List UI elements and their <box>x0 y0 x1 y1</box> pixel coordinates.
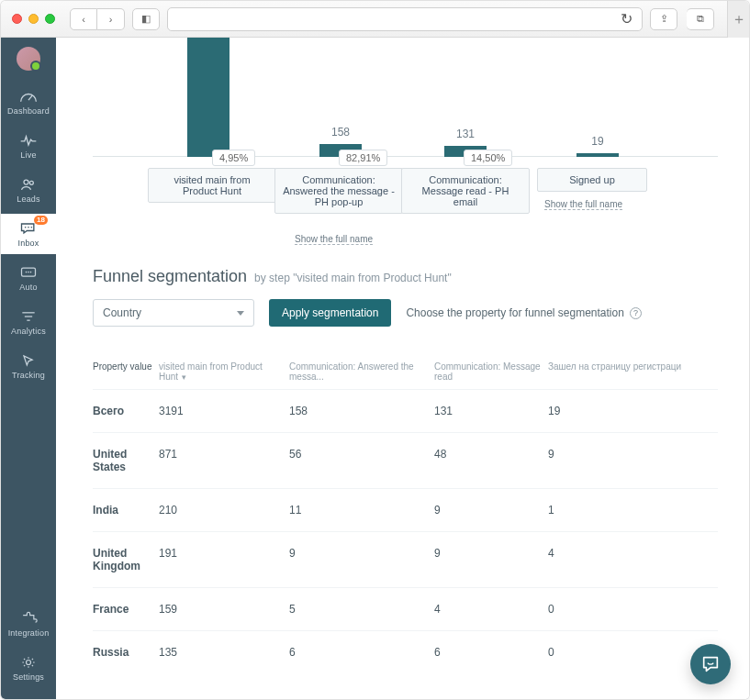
cursor-icon <box>19 353 38 368</box>
funnel-bar-value: 131 <box>456 128 475 140</box>
svg-point-9 <box>30 271 32 272</box>
funnel-step-label-2[interactable]: Communication: Answered the message - PH… <box>274 168 403 214</box>
svg-point-4 <box>28 226 29 228</box>
table-row: United Kingdom 191 9 9 4 <box>93 531 718 587</box>
url-bar[interactable]: ↻ <box>167 7 643 31</box>
cell: 19 <box>548 405 718 417</box>
row-label: Всего <box>93 405 159 417</box>
new-tab-button[interactable]: ＋ <box>727 1 749 38</box>
segmentation-hint: Choose the property for funnel segmentat… <box>406 306 641 319</box>
browser-chrome: ‹ › ◧ ↻ ⇪ ⧉ ＋ <box>1 1 749 38</box>
column-header[interactable]: Зашел на страницу регистраци <box>548 361 718 382</box>
sort-desc-icon: ▾ <box>182 372 186 382</box>
svg-line-0 <box>28 95 32 100</box>
back-button[interactable]: ‹ <box>70 8 97 30</box>
segmentation-table: Property value visited main from Product… <box>93 352 718 673</box>
funnel-chart: 158 131 19 4,95% 82,91% 14,50% <box>93 38 718 230</box>
cell: 1 <box>548 504 718 517</box>
funnel-step-1 <box>144 38 273 157</box>
svg-point-3 <box>25 226 27 228</box>
hint-text: Choose the property for funnel segmentat… <box>406 306 623 319</box>
row-label: United Kingdom <box>93 547 159 572</box>
cell: 5 <box>289 603 434 616</box>
cell: 159 <box>159 603 289 616</box>
sidebar-item-label: Analytics <box>11 327 46 336</box>
cell: 9 <box>434 504 548 517</box>
sidebar-item-label: Integration <box>8 628 50 638</box>
property-dropdown[interactable]: Country <box>93 299 254 327</box>
svg-point-5 <box>31 226 33 228</box>
funnel-step-4: 19 <box>533 135 662 157</box>
sidebar-item-live[interactable]: Live <box>1 126 56 166</box>
support-chat-button[interactable] <box>690 644 731 684</box>
app-window: ‹ › ◧ ↻ ⇪ ⧉ ＋ Dashboard <box>0 0 750 700</box>
cell: 191 <box>159 547 289 572</box>
svg-point-2 <box>29 181 33 184</box>
funnel-step-label-3[interactable]: Communication: Message read - PH email <box>401 168 530 214</box>
row-label: Russia <box>93 646 159 659</box>
message-icon <box>19 265 38 280</box>
users-icon <box>19 177 38 192</box>
sidebar-item-tracking[interactable]: Tracking <box>1 346 56 386</box>
close-window-button[interactable] <box>12 14 22 24</box>
funnel-bar <box>187 38 229 157</box>
sidebar-item-label: Live <box>20 150 36 160</box>
sidebar-item-label: Auto <box>19 283 37 292</box>
gauge-icon <box>19 89 38 104</box>
sidebar-item-label: Tracking <box>12 371 45 380</box>
cell: 4 <box>434 603 548 616</box>
minimize-window-button[interactable] <box>28 14 39 24</box>
svg-point-8 <box>28 271 29 272</box>
puzzle-icon <box>19 611 38 626</box>
cell: 9 <box>434 547 548 572</box>
funnel-step-label-1[interactable]: visited main from Product Hunt <box>148 168 276 203</box>
app-sidebar: Dashboard Live Leads 18 <box>1 38 56 700</box>
sidebar-item-dashboard[interactable]: Dashboard <box>1 82 56 122</box>
avatar[interactable] <box>17 47 40 71</box>
cell: 4 <box>548 547 718 572</box>
row-label: United States <box>93 448 159 473</box>
cell: 158 <box>289 405 434 417</box>
cell: 3191 <box>159 405 289 417</box>
sidebar-item-settings[interactable]: Settings <box>1 648 56 688</box>
sidebar-item-auto[interactable]: Auto <box>1 258 56 298</box>
content-area: 158 131 19 4,95% 82,91% 14,50% <box>56 38 749 700</box>
show-full-name-link[interactable]: Show the full name <box>295 234 373 245</box>
show-full-name-link[interactable]: Show the full name <box>544 199 622 210</box>
funnel-bar-value: 158 <box>331 126 350 139</box>
sidebar-item-inbox[interactable]: 18 Inbox <box>1 214 56 254</box>
sidebar-item-integration[interactable]: Integration <box>1 604 56 644</box>
column-header[interactable]: Communication: Message read <box>434 361 548 382</box>
cell: 56 <box>289 448 434 473</box>
gear-icon <box>19 655 38 670</box>
share-button[interactable]: ⇪ <box>650 8 677 30</box>
cell: 131 <box>434 405 548 417</box>
sidebar-item-analytics[interactable]: Analytics <box>1 302 56 342</box>
reload-icon[interactable]: ↻ <box>621 10 632 28</box>
column-header[interactable]: Communication: Answered the messa... <box>289 361 434 382</box>
help-icon[interactable]: ? <box>630 307 642 319</box>
sidebar-item-label: Leads <box>17 194 40 204</box>
cell: 9 <box>289 547 434 572</box>
maximize-window-button[interactable] <box>45 14 55 24</box>
apply-segmentation-button[interactable]: Apply segmentation <box>269 299 391 327</box>
forward-button[interactable]: › <box>97 8 125 30</box>
segmentation-subtitle: by step "visited main from Product Hunt" <box>254 272 452 284</box>
funnel-bar <box>576 153 619 157</box>
funnel-step-label-4[interactable]: Signed up <box>537 168 647 192</box>
sidebar-item-leads[interactable]: Leads <box>1 170 56 210</box>
funnel-bar-value: 19 <box>591 135 603 148</box>
inbox-badge: 18 <box>34 216 48 225</box>
tabs-button[interactable]: ⧉ <box>687 8 714 30</box>
table-header-row: Property value visited main from Product… <box>93 352 718 389</box>
column-header[interactable]: visited main from Product Hunt▾ <box>159 361 289 382</box>
dropdown-value: Country <box>103 306 141 319</box>
svg-point-13 <box>27 660 31 664</box>
column-header[interactable]: Property value <box>93 361 159 382</box>
sidebar-toggle-button[interactable]: ◧ <box>132 8 160 30</box>
cell: 6 <box>434 646 548 659</box>
cell: 871 <box>159 448 289 473</box>
svg-point-7 <box>26 271 28 272</box>
cell: 6 <box>289 646 434 659</box>
table-row: Russia 135 6 6 0 <box>93 630 718 673</box>
